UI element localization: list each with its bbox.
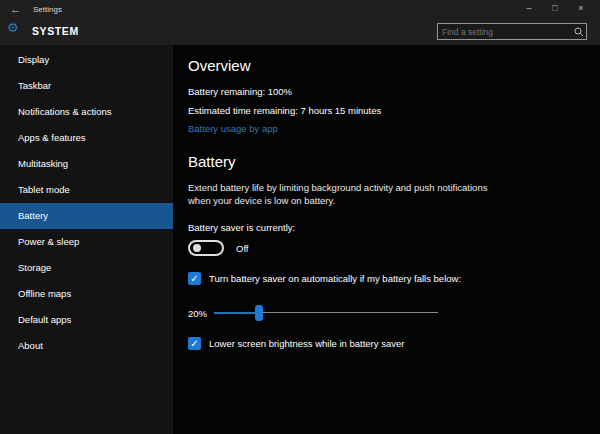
main-content: Overview Battery remaining: 100% Estimat… bbox=[173, 45, 600, 434]
sidebar-nav: Display Taskbar Notifications & actions … bbox=[0, 45, 173, 434]
sidebar-item-display[interactable]: Display bbox=[0, 47, 173, 73]
battery-threshold-slider[interactable] bbox=[214, 305, 438, 321]
lower-brightness-label: Lower screen brightness while in battery… bbox=[209, 338, 404, 349]
back-button[interactable]: ← bbox=[10, 3, 21, 15]
sidebar-item-power-sleep[interactable]: Power & sleep bbox=[0, 229, 173, 255]
sidebar-item-taskbar[interactable]: Taskbar bbox=[0, 73, 173, 99]
close-button[interactable]: × bbox=[568, 2, 594, 15]
sidebar-item-apps-features[interactable]: Apps & features bbox=[0, 125, 173, 151]
search-icon[interactable] bbox=[572, 27, 586, 37]
toggle-thumb bbox=[193, 244, 201, 252]
battery-remaining-text: Battery remaining: 100% bbox=[188, 85, 585, 98]
sidebar-item-battery[interactable]: Battery bbox=[0, 203, 173, 229]
battery-description: Extend battery life by limiting backgrou… bbox=[188, 181, 506, 207]
battery-heading: Battery bbox=[188, 153, 585, 170]
battery-usage-link[interactable]: Battery usage by app bbox=[188, 123, 278, 134]
sidebar-item-offline-maps[interactable]: Offline maps bbox=[0, 281, 173, 307]
gear-icon: ⚙ bbox=[7, 21, 19, 34]
overview-heading: Overview bbox=[188, 57, 585, 74]
battery-saver-toggle[interactable] bbox=[188, 240, 224, 256]
sidebar-item-tablet-mode[interactable]: Tablet mode bbox=[0, 177, 173, 203]
window-controls: – □ × bbox=[516, 2, 594, 15]
estimated-time-text: Estimated time remaining: 7 hours 15 min… bbox=[188, 104, 585, 117]
auto-battery-saver-checkbox[interactable]: ✓ bbox=[188, 272, 201, 285]
search-box[interactable] bbox=[437, 23, 587, 40]
threshold-percent-label: 20% bbox=[188, 308, 214, 319]
sidebar-item-about[interactable]: About bbox=[0, 333, 173, 359]
auto-battery-saver-label: Turn battery saver on automatically if m… bbox=[209, 273, 461, 284]
window-title: Settings bbox=[33, 5, 62, 14]
settings-window: ← Settings – □ × ⚙ SYSTEM Display Taskba… bbox=[0, 0, 600, 434]
battery-saver-label: Battery saver is currently: bbox=[188, 222, 585, 233]
slider-fill bbox=[214, 312, 259, 314]
maximize-button[interactable]: □ bbox=[542, 2, 568, 15]
search-input[interactable] bbox=[438, 27, 572, 37]
sidebar-item-storage[interactable]: Storage bbox=[0, 255, 173, 281]
lower-brightness-checkbox[interactable]: ✓ bbox=[188, 337, 201, 350]
slider-thumb[interactable] bbox=[255, 305, 263, 321]
sidebar-item-multitasking[interactable]: Multitasking bbox=[0, 151, 173, 177]
toggle-state-label: Off bbox=[236, 243, 249, 254]
header: ← Settings – □ × ⚙ SYSTEM bbox=[0, 0, 600, 45]
minimize-button[interactable]: – bbox=[516, 2, 542, 15]
page-title: SYSTEM bbox=[32, 25, 79, 37]
sidebar-item-default-apps[interactable]: Default apps bbox=[0, 307, 173, 333]
sidebar-item-notifications[interactable]: Notifications & actions bbox=[0, 99, 173, 125]
